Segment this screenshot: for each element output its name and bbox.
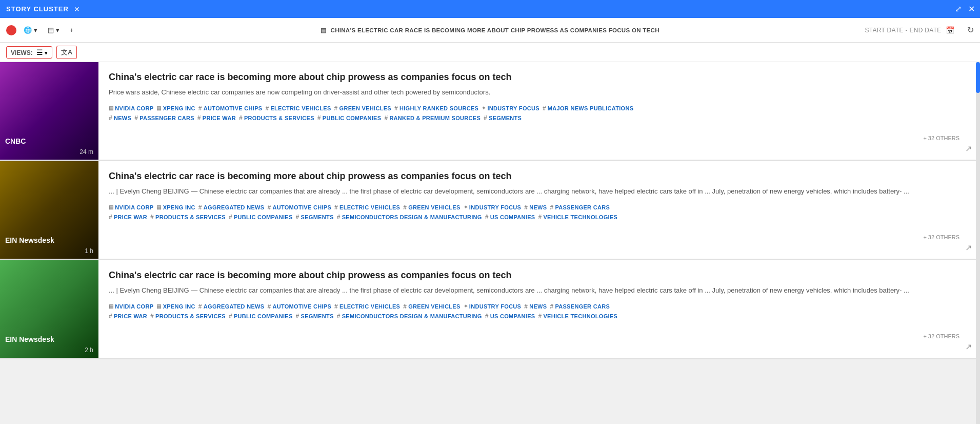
globe-icon: 🌐 (24, 26, 32, 34)
scrollbar[interactable] (976, 62, 980, 424)
article-excerpt-3: ... | Evelyn Cheng BEIJING — Chinese ele… (109, 285, 970, 296)
share-icon-1[interactable]: ↗ (965, 144, 972, 153)
date-range-text: START DATE - END DATE (865, 27, 941, 34)
more-tag-2[interactable]: + 32 OTHERS (923, 234, 959, 240)
doc-chevron: ▾ (56, 26, 59, 34)
window-close-button[interactable]: ✕ (968, 4, 975, 14)
expand-button[interactable]: ⤢ (955, 4, 962, 14)
article-excerpt-2: ... | Evelyn Cheng BEIJING — Chinese ele… (109, 186, 970, 197)
tag-semiconductors-design-&-manufacturing[interactable]: # SEMICONDUCTORS DESIGN & MANUFACTURING (337, 214, 482, 221)
article-title-1[interactable]: China's electric car race is becoming mo… (109, 71, 970, 83)
tag-products-&-services[interactable]: # PRODUCTS & SERVICES (239, 114, 314, 122)
share-icon-2[interactable]: ↗ (965, 243, 972, 253)
tag-news[interactable]: # NEWS (524, 303, 547, 310)
article-list: CNBC24 mChina's electric car race is bec… (0, 62, 980, 424)
tag-news[interactable]: # NEWS (524, 204, 547, 211)
tag-aggregated-news[interactable]: # AGGREGATED NEWS (198, 204, 265, 211)
tag-ranked-&-premium-sources[interactable]: # RANKED & PREMIUM SOURCES (384, 114, 481, 122)
tag-segments[interactable]: # SEGMENTS (484, 114, 522, 122)
article-thumbnail-1[interactable]: CNBC24 m (0, 62, 98, 160)
doc-icon: ▤ (48, 26, 54, 34)
tag-public-companies[interactable]: # PUBLIC COMPANIES (229, 313, 293, 320)
tag-nvidia-corp[interactable]: ▤ NVIDIA CORP (109, 204, 153, 211)
tag-industry-focus[interactable]: ✦ INDUSTRY FOCUS (464, 204, 522, 211)
globe-button[interactable]: 🌐 ▾ (21, 24, 41, 36)
tag-semiconductors-design-&-manufacturing[interactable]: # SEMICONDUCTORS DESIGN & MANUFACTURING (337, 313, 482, 320)
tag-vehicle-technologies[interactable]: # VEHICLE TECHNOLOGIES (538, 313, 617, 320)
tag-electric-vehicles[interactable]: # ELECTRIC VEHICLES (334, 204, 400, 211)
article-card-2: EIN Newsdesk1 hChina's electric car race… (0, 161, 980, 260)
tag-xpeng-inc[interactable]: ▤ XPENG INC (156, 303, 195, 310)
article-thumbnail-3[interactable]: EIN Newsdesk2 h (0, 260, 98, 358)
tag-price-war[interactable]: # PRICE WAR (109, 313, 147, 320)
tag-automotive-chips[interactable]: # AUTOMOTIVE CHIPS (198, 105, 263, 112)
tag-automotive-chips[interactable]: # AUTOMOTIVE CHIPS (267, 204, 331, 211)
headline-text: CHINA'S ELECTRIC CAR RACE IS BECOMING MO… (331, 27, 659, 33)
tag-electric-vehicles[interactable]: # ELECTRIC VEHICLES (334, 303, 400, 310)
tag-major-news-publications[interactable]: # MAJOR NEWS PUBLICATIONS (543, 105, 633, 112)
list-view-chevron[interactable]: ▾ (45, 50, 48, 56)
tag-us-companies[interactable]: # US COMPANIES (485, 313, 535, 320)
article-title-2[interactable]: China's electric car race is becoming mo… (109, 170, 970, 182)
more-tag-1[interactable]: + 32 OTHERS (923, 135, 959, 141)
tag-public-companies[interactable]: # PUBLIC COMPANIES (317, 114, 382, 122)
tag-green-vehicles[interactable]: # GREEN VEHICLES (403, 204, 460, 211)
tags-row1-1: ▤ NVIDIA CORP▤ XPENG INC# AUTOMOTIVE CHI… (109, 105, 970, 112)
tag-nvidia-corp[interactable]: ▤ NVIDIA CORP (109, 303, 153, 310)
red-circle-indicator (6, 25, 16, 35)
article-excerpt-1: Price wars aside, Chinese electric car c… (109, 87, 970, 98)
toolbar: 🌐 ▾ ▤ ▾ + ▤ CHINA'S ELECTRIC CAR RACE IS… (0, 18, 980, 43)
tag-segments[interactable]: # SEGMENTS (296, 214, 334, 221)
app-title: STORY CLUSTER (6, 5, 69, 13)
plus-icon: + (70, 26, 74, 34)
tags-row2-3: # PRICE WAR# PRODUCTS & SERVICES# PUBLIC… (109, 313, 970, 320)
tag-highly-ranked-sources[interactable]: # HIGHLY RANKED SOURCES (394, 105, 478, 112)
article-thumbnail-2[interactable]: EIN Newsdesk1 h (0, 161, 98, 259)
more-tag-3[interactable]: + 32 OTHERS (923, 333, 959, 339)
title-close-button[interactable]: ✕ (74, 5, 80, 13)
tag-xpeng-inc[interactable]: ▤ XPENG INC (156, 204, 195, 211)
article-title-3[interactable]: China's electric car race is becoming mo… (109, 269, 970, 281)
tag-price-war[interactable]: # PRICE WAR (109, 214, 147, 221)
list-view-button[interactable]: ☰ (36, 48, 43, 56)
article-card-1: CNBC24 mChina's electric car race is bec… (0, 62, 980, 161)
scrollbar-thumb[interactable] (976, 62, 980, 93)
tag-automotive-chips[interactable]: # AUTOMOTIVE CHIPS (267, 303, 331, 310)
share-icon-3[interactable]: ↗ (965, 342, 972, 352)
doc-button[interactable]: ▤ ▾ (45, 24, 63, 36)
views-bar: VIEWS: ☰ ▾ 文A (0, 43, 980, 62)
tag-vehicle-technologies[interactable]: # VEHICLE TECHNOLOGIES (538, 214, 617, 221)
title-bar: STORY CLUSTER ✕ ⤢ ✕ (0, 0, 980, 18)
tag-public-companies[interactable]: # PUBLIC COMPANIES (229, 214, 293, 221)
tag-news[interactable]: # NEWS (109, 114, 131, 122)
tag-nvidia-corp[interactable]: ▤ NVIDIA CORP (109, 105, 153, 112)
tag-green-vehicles[interactable]: # GREEN VEHICLES (403, 303, 460, 310)
article-content-2: China's electric car race is becoming mo… (98, 161, 980, 259)
tag-electric-vehicles[interactable]: # ELECTRIC VEHICLES (265, 105, 331, 112)
time-label-3: 2 h (85, 346, 93, 354)
tag-passenger-cars[interactable]: # PASSENGER CARS (550, 204, 610, 211)
tag-price-war[interactable]: # PRICE WAR (197, 114, 236, 122)
tags-row2-2: # PRICE WAR# PRODUCTS & SERVICES# PUBLIC… (109, 214, 970, 221)
tag-passenger-cars[interactable]: # PASSENGER CARS (134, 114, 194, 122)
tag-passenger-cars[interactable]: # PASSENGER CARS (550, 303, 610, 310)
tag-segments[interactable]: # SEGMENTS (296, 313, 334, 320)
tag-aggregated-news[interactable]: # AGGREGATED NEWS (198, 303, 265, 310)
source-label-2: EIN Newsdesk (5, 236, 54, 244)
tag-products-&-services[interactable]: # PRODUCTS & SERVICES (150, 214, 226, 221)
tag-us-companies[interactable]: # US COMPANIES (485, 214, 535, 221)
tag-products-&-services[interactable]: # PRODUCTS & SERVICES (150, 313, 226, 320)
tag-xpeng-inc[interactable]: ▤ XPENG INC (156, 105, 195, 112)
tag-green-vehicles[interactable]: # GREEN VEHICLES (334, 105, 391, 112)
tag-industry-focus[interactable]: ✦ INDUSTRY FOCUS (464, 303, 522, 310)
translate-button[interactable]: 文A (56, 46, 77, 59)
article-content-3: China's electric car race is becoming mo… (98, 260, 980, 358)
tag-industry-focus[interactable]: ✦ INDUSTRY FOCUS (482, 105, 539, 112)
article-card-3: EIN Newsdesk2 hChina's electric car race… (0, 260, 980, 359)
views-label: VIEWS: ☰ ▾ (6, 46, 52, 59)
date-range: START DATE - END DATE 📅 (865, 26, 954, 34)
tags-row1-2: ▤ NVIDIA CORP▤ XPENG INC# AGGREGATED NEW… (109, 204, 970, 211)
add-button[interactable]: + (67, 24, 77, 36)
source-label-1: CNBC (5, 137, 26, 145)
refresh-button[interactable]: ↻ (967, 25, 974, 35)
